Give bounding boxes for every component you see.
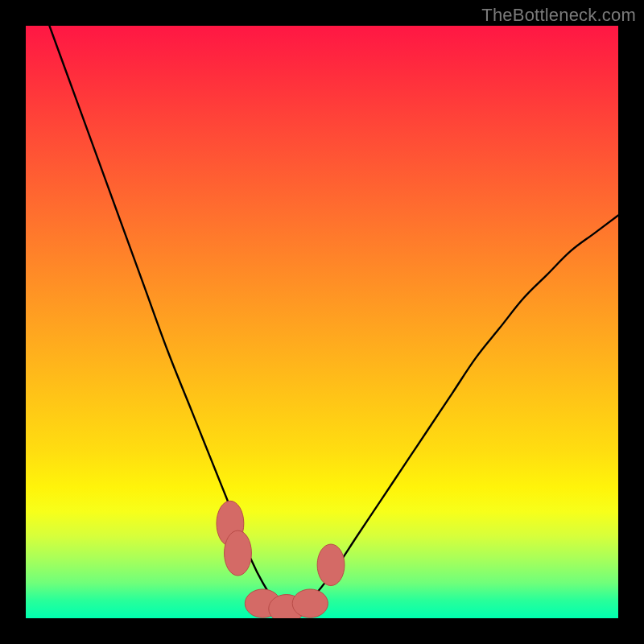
left-marker-lower [225, 530, 252, 576]
chart-svg [26, 26, 618, 618]
right-marker [317, 544, 345, 586]
bottleneck-curve [49, 26, 618, 610]
data-markers [217, 501, 345, 618]
watermark-text: TheBottleneck.com [481, 5, 636, 26]
plot-area [26, 26, 618, 618]
chart-frame: TheBottleneck.com [0, 0, 644, 644]
trough-marker-3 [292, 589, 328, 617]
